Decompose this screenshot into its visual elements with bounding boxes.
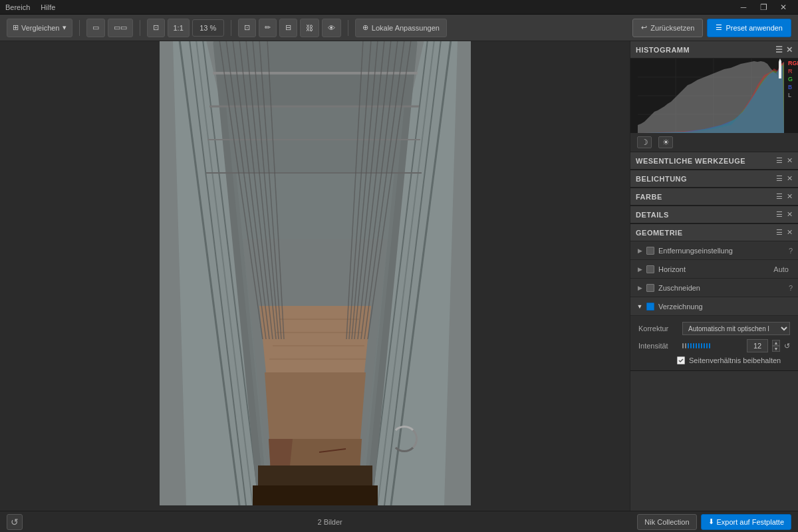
svg-text:B: B — [788, 84, 792, 90]
details-title: DETAILS — [636, 211, 669, 219]
entfernungseinstellung-item[interactable]: ▶ Entfernungseinstellung ? — [630, 241, 798, 260]
menu-bereich[interactable]: Bereich — [5, 3, 30, 11]
image-area[interactable] — [0, 41, 630, 511]
histogram-close-icon[interactable]: ✕ — [786, 45, 793, 55]
wesentliche-werkzeuge-section: WESENTLICHE WERKZEUGE ☰ ✕ — [630, 152, 798, 170]
belichtung-menu-icon[interactable]: ☰ — [776, 174, 783, 183]
belichtung-close-icon[interactable]: ✕ — [787, 174, 793, 183]
intensity-label: Intensität — [638, 342, 678, 350]
image-count-label: 2 Bilder — [28, 518, 632, 526]
local-adj-label: Lokale Anpassungen — [372, 24, 440, 32]
moon-button[interactable]: ☽ — [637, 136, 652, 148]
statusbar-nav-button[interactable]: ↺ — [7, 514, 23, 530]
zoom-percent: 13 % — [200, 24, 216, 32]
intensity-slider[interactable] — [682, 343, 743, 348]
pen-tool-button[interactable]: ✏ — [259, 19, 277, 37]
svg-text:RGB: RGB — [788, 60, 798, 66]
histogram-menu-icon[interactable]: ☰ — [775, 45, 783, 55]
entfernungseinstellung-checkbox[interactable] — [646, 247, 654, 255]
restore-button[interactable]: ❐ — [754, 1, 773, 14]
eye-tool-button[interactable]: 👁 — [322, 19, 341, 37]
geometrie-header[interactable]: GEOMETRIE ☰ ✕ — [630, 224, 798, 241]
crop-icon: ⊡ — [244, 23, 250, 32]
intensity-reset-icon[interactable]: ↺ — [784, 342, 790, 350]
view-compare-button[interactable]: ▭▭ — [108, 19, 133, 37]
separator-3 — [231, 20, 231, 36]
stamp-tool-button[interactable]: ⊟ — [279, 19, 297, 37]
tick-4 — [690, 343, 692, 348]
svg-text:L: L — [788, 92, 791, 98]
minimize-button[interactable]: ─ — [734, 1, 753, 14]
intensity-up-btn[interactable]: ▲ — [772, 340, 780, 346]
svg-marker-30 — [259, 306, 371, 372]
farbe-title: FARBE — [636, 193, 662, 201]
chain-tool-button[interactable]: ⛓ — [300, 19, 319, 37]
menu-hilfe[interactable]: Hilfe — [41, 3, 55, 11]
titlebar: Bereich Hilfe ─ ❐ ✕ — [0, 0, 798, 15]
korrektur-select[interactable]: Automatisch mit optischen l — [682, 322, 790, 335]
farbe-menu-icon[interactable]: ☰ — [776, 192, 783, 201]
nav-icon: ↺ — [11, 517, 19, 527]
toolbar-view-group: ▭ ▭▭ — [86, 19, 133, 37]
export-label: Export auf Festplatte — [717, 518, 785, 526]
farbe-controls[interactable]: ☰ ✕ — [776, 192, 793, 201]
farbe-close-icon[interactable]: ✕ — [787, 192, 793, 201]
details-header[interactable]: DETAILS ☰ ✕ — [630, 206, 798, 223]
ww-menu-icon[interactable]: ☰ — [776, 156, 783, 165]
zoom-1-1-button[interactable]: 1:1 — [168, 19, 190, 37]
horizont-checkbox[interactable] — [646, 265, 654, 273]
right-panel: HISTOGRAMM ☰ ✕ — [630, 41, 798, 511]
loading-spinner — [391, 426, 418, 452]
horizont-item[interactable]: ▶ Horizont Auto — [630, 260, 798, 279]
geometrie-controls[interactable]: ☰ ✕ — [776, 228, 793, 237]
main-area: HISTOGRAMM ☰ ✕ — [0, 41, 798, 511]
titlebar-menu[interactable]: Bereich Hilfe — [5, 3, 55, 11]
intensity-stepper[interactable]: ▲ ▼ — [772, 340, 780, 352]
belichtung-controls[interactable]: ☰ ✕ — [776, 174, 793, 183]
reset-button[interactable]: ↩ Zurücksetzen — [632, 19, 703, 37]
zuschneiden-checkbox[interactable] — [646, 284, 654, 292]
seitenverhaeltnis-text: Seitenverhältnis beibehalten — [689, 356, 781, 364]
histogram-header-controls[interactable]: ☰ ✕ — [775, 45, 793, 55]
preset-button[interactable]: ☰ Preset anwenden — [707, 19, 791, 37]
geometrie-close-icon[interactable]: ✕ — [787, 228, 793, 237]
view-single-button[interactable]: ▭ — [86, 19, 105, 37]
verzeichnung-item[interactable]: ▼ Verzeichnung — [630, 297, 798, 316]
crop-tool-button[interactable]: ⊡ — [238, 19, 256, 37]
export-button[interactable]: ⬇ Export auf Festplatte — [701, 514, 792, 530]
zoom-fit-button[interactable]: ⊡ — [147, 19, 165, 37]
local-adjustments-button[interactable]: ⊕ Lokale Anpassungen — [355, 19, 447, 37]
entfernungseinstellung-question[interactable]: ? — [789, 247, 793, 255]
verzeichnung-label: Verzeichnung — [658, 303, 793, 311]
geometrie-section: GEOMETRIE ☰ ✕ ▶ Entfernungseinstellung ?… — [630, 224, 798, 371]
details-close-icon[interactable]: ✕ — [787, 210, 793, 219]
belichtung-section: BELICHTUNG ☰ ✕ — [630, 170, 798, 188]
compare-button[interactable]: ⊞ Vergleichen ▾ — [7, 19, 72, 37]
geometrie-menu-icon[interactable]: ☰ — [776, 228, 783, 237]
toolbar-tools-group: ⊡ ✏ ⊟ ⛓ 👁 — [238, 19, 341, 37]
zoom-display[interactable]: 13 % — [192, 19, 224, 37]
zuschneiden-question[interactable]: ? — [789, 284, 793, 292]
intensity-down-btn[interactable]: ▼ — [772, 346, 780, 352]
svg-text:R: R — [788, 68, 793, 74]
belichtung-header[interactable]: BELICHTUNG ☰ ✕ — [630, 170, 798, 188]
belichtung-title: BELICHTUNG — [636, 175, 687, 183]
seitenverhaeltnis-checkbox[interactable] — [677, 356, 685, 364]
tick-7 — [698, 343, 700, 348]
tick-6 — [696, 343, 697, 348]
details-controls[interactable]: ☰ ✕ — [776, 210, 793, 219]
tick-1 — [682, 343, 684, 348]
close-button[interactable]: ✕ — [774, 1, 793, 14]
wesentliche-werkzeuge-header[interactable]: WESENTLICHE WERKZEUGE ☰ ✕ — [630, 152, 798, 170]
details-menu-icon[interactable]: ☰ — [776, 210, 783, 219]
tick-5 — [693, 343, 694, 348]
farbe-header[interactable]: FARBE ☰ ✕ — [630, 188, 798, 205]
korrektur-label: Korrektur — [638, 325, 678, 332]
sun-button[interactable]: ☀ — [658, 136, 673, 148]
zuschneiden-item[interactable]: ▶ Zuschneiden ? — [630, 279, 798, 297]
wesentliche-werkzeuge-controls[interactable]: ☰ ✕ — [776, 156, 793, 165]
nik-collection-button[interactable]: Nik Collection — [637, 514, 696, 530]
verzeichnung-checkbox[interactable] — [646, 303, 654, 311]
ww-close-icon[interactable]: ✕ — [787, 156, 793, 165]
seitenverhaeltnis-label: Seitenverhältnis beibehalten — [689, 356, 781, 364]
